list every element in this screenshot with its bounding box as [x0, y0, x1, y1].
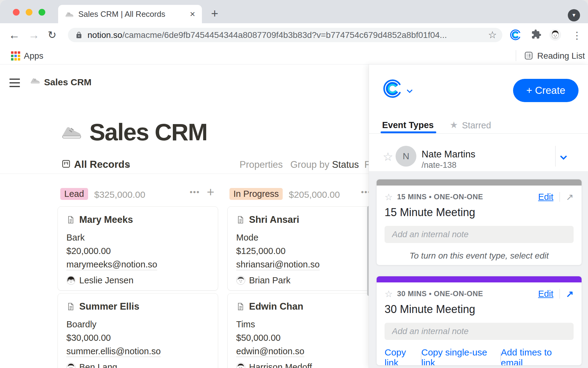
- record-name: Edwin Chan: [249, 301, 303, 312]
- view-toolbar: All Records Properties Group by Status F: [0, 155, 369, 174]
- browser-menu-icon[interactable]: ⋮: [572, 30, 582, 41]
- url-host: notion.so: [87, 30, 122, 40]
- record-email[interactable]: edwin@notion.so: [236, 346, 369, 356]
- record-card[interactable]: Edwin Chan Tims $50,000.00 edwin@notion.…: [227, 293, 369, 368]
- event-hint: To turn on this event type, select edit: [385, 251, 574, 261]
- profile-name: Nate Martins: [422, 149, 475, 160]
- address-bar[interactable]: notion.so/camacme/6de9fb7454454344a80877…: [68, 28, 502, 42]
- event-star-icon[interactable]: ☆: [385, 289, 393, 299]
- record-card[interactable]: Summer Ellis Boardly $30,000.00 summer.e…: [58, 293, 218, 368]
- forward-button[interactable]: →: [28, 29, 39, 42]
- account-chevron-down-icon[interactable]: [406, 89, 413, 94]
- column-more-icon[interactable]: •••: [361, 187, 369, 197]
- bookmarks-bar: Apps Reading List: [0, 47, 588, 64]
- profile-slug: /nate-138: [422, 160, 456, 170]
- profile-chevron-down-icon[interactable]: [559, 155, 568, 161]
- record-email[interactable]: marymeeks@notion.so: [66, 259, 209, 270]
- group-by-button[interactable]: Group by Status: [290, 159, 359, 170]
- profile-initial-avatar: N: [396, 146, 416, 167]
- tab-event-types[interactable]: Event Types: [382, 120, 434, 130]
- browser-tab[interactable]: Sales CRM | All Records ×: [58, 5, 202, 23]
- hamburger-menu-icon[interactable]: [9, 79, 20, 90]
- copy-link-button[interactable]: Copy link: [385, 347, 421, 366]
- profile-star-icon[interactable]: ☆: [383, 150, 393, 164]
- internal-note-input[interactable]: [385, 323, 574, 340]
- zoom-window-button[interactable]: [39, 9, 45, 16]
- tab-title: Sales CRM | All Records: [78, 9, 185, 19]
- calendly-logo-icon[interactable]: [382, 79, 403, 100]
- event-meta: 15 MINS • ONE-ON-ONE: [397, 193, 483, 201]
- page-icon: [66, 215, 75, 224]
- record-amount: $20,000.00: [66, 246, 209, 256]
- url-text: notion.so/camacme/6de9fb7454454344a80877…: [87, 30, 447, 40]
- record-email[interactable]: summer.ellis@notion.so: [66, 346, 209, 356]
- page-icon: [236, 302, 245, 311]
- edit-link[interactable]: Edit: [538, 192, 553, 202]
- owner-avatar: [66, 276, 76, 285]
- url-path: /camacme/6de9fb7454454344a8087709f4b3b83…: [122, 30, 447, 40]
- chevron-down-icon[interactable]: [125, 163, 130, 168]
- internal-note-input[interactable]: [385, 226, 574, 243]
- record-card[interactable]: Mary Meeks Bark $20,000.00 marymeeks@not…: [58, 206, 218, 291]
- apps-label[interactable]: Apps: [24, 51, 43, 61]
- record-company: Boardly: [66, 319, 209, 329]
- notion-main: Sales CRM Sales CRM All Records: [0, 64, 369, 368]
- tabs-divider: [369, 133, 588, 134]
- record-card[interactable]: Shri Ansari Mode $125,000.00 shriansari@…: [227, 206, 369, 291]
- record-amount: $30,000.00: [66, 333, 209, 343]
- reading-list-label[interactable]: Reading List: [537, 51, 585, 61]
- profile-avatar[interactable]: [549, 29, 561, 41]
- bookmark-star-icon[interactable]: ☆: [488, 29, 497, 41]
- owner-avatar: [66, 362, 76, 368]
- copy-single-use-link-button[interactable]: Copy single-use link: [421, 347, 501, 366]
- apps-grid-icon[interactable]: [11, 51, 20, 61]
- event-actions: Copy link Copy single-use link Add times…: [385, 347, 574, 366]
- bookmarks-divider: [516, 50, 516, 61]
- tab-close-icon[interactable]: ×: [190, 9, 195, 19]
- tab-starred[interactable]: Starred: [462, 120, 491, 131]
- page-viewport: Sales CRM Sales CRM All Records: [0, 64, 588, 368]
- event-star-icon[interactable]: ☆: [385, 192, 393, 202]
- status-badge-lead[interactable]: Lead: [60, 188, 88, 200]
- status-badge-in-progress[interactable]: In Progress: [229, 188, 283, 200]
- column-total: $205,000.00: [289, 190, 340, 200]
- event-type-card[interactable]: ☆ 30 MINS • ONE-ON-ONE Edit ↗ 30 Minute …: [376, 276, 582, 366]
- sneaker-icon: [30, 75, 40, 86]
- properties-button[interactable]: Properties: [240, 159, 283, 170]
- back-button[interactable]: ←: [9, 29, 20, 42]
- workspace-title[interactable]: Sales CRM: [44, 77, 91, 87]
- calendly-extension-icon[interactable]: [510, 29, 521, 42]
- record-owner: Harrison Medoff: [249, 362, 312, 368]
- extensions-puzzle-icon[interactable]: [531, 29, 541, 41]
- view-selector[interactable]: All Records: [74, 159, 130, 170]
- add-times-to-email-button[interactable]: Add times to email: [501, 347, 574, 366]
- new-tab-button[interactable]: +: [211, 7, 218, 20]
- record-company: Tims: [236, 319, 369, 329]
- minimize-window-button[interactable]: [26, 9, 32, 16]
- page-icon: [66, 302, 75, 311]
- event-type-card[interactable]: ☆ 15 MINS • ONE-ON-ONE Edit ↗ 15 Minute …: [376, 179, 582, 265]
- tab-search-caret-icon[interactable]: ▼: [568, 9, 580, 21]
- record-name: Summer Ellis: [79, 301, 139, 312]
- tab-strip: Sales CRM | All Records × + ▼: [0, 0, 588, 23]
- column-add-icon[interactable]: +: [207, 185, 214, 200]
- page-icon-sneaker[interactable]: [61, 121, 81, 143]
- open-external-icon[interactable]: ↗: [566, 192, 574, 202]
- reading-list-icon[interactable]: [524, 51, 534, 62]
- record-email[interactable]: shriansari@notion.so: [236, 259, 369, 270]
- page-title[interactable]: Sales CRM: [89, 118, 207, 146]
- browser-toolbar: ← → ↻ notion.so/camacme/6de9fb7454454344…: [0, 23, 588, 47]
- record-amount: $50,000.00: [236, 333, 369, 343]
- record-company: Bark: [66, 232, 209, 243]
- close-window-button[interactable]: [13, 9, 20, 16]
- toolbar-divider: [0, 174, 369, 174]
- edit-link[interactable]: Edit: [538, 289, 553, 299]
- column-total: $325,000.00: [94, 190, 145, 200]
- create-button[interactable]: + Create: [513, 79, 579, 102]
- column-more-icon[interactable]: •••: [190, 187, 200, 197]
- open-external-icon[interactable]: ↗: [566, 289, 574, 299]
- record-owner: Ben Lang: [79, 362, 117, 368]
- filter-button-clipped[interactable]: F: [364, 159, 369, 170]
- record-owner: Brian Park: [249, 275, 290, 285]
- reload-button[interactable]: ↻: [48, 29, 57, 41]
